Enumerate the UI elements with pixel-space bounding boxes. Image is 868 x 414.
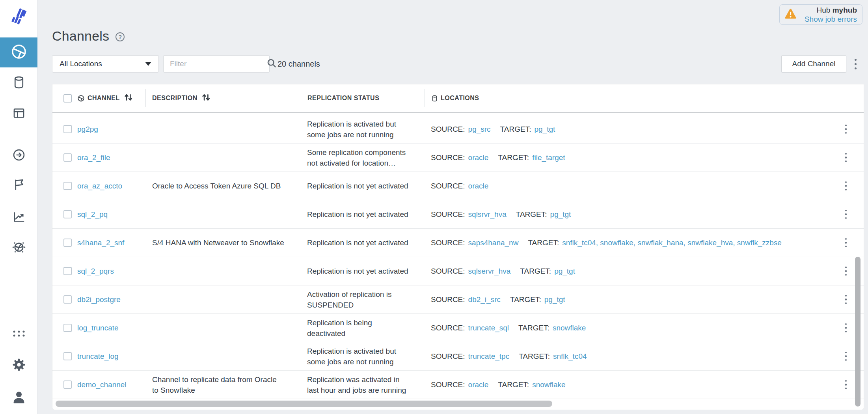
- row-menu-kebab[interactable]: [845, 238, 847, 248]
- target-location-link[interactable]: snowflake: [553, 324, 586, 332]
- table-row: log_truncateReplication is being deactiv…: [52, 314, 864, 342]
- row-checkbox[interactable]: [63, 239, 72, 247]
- locations-dropdown[interactable]: All Locations: [52, 55, 159, 73]
- channel-name-link[interactable]: pg2pg: [77, 125, 98, 133]
- row-checkbox[interactable]: [63, 352, 72, 360]
- row-checkbox[interactable]: [63, 125, 72, 133]
- source-location-link[interactable]: truncate_sql: [468, 324, 509, 332]
- table-row: truncate_logReplication is activated but…: [52, 342, 864, 371]
- target-location-link[interactable]: pg_tgt: [554, 267, 575, 275]
- row-menu-kebab[interactable]: [845, 352, 847, 361]
- row-menu-kebab[interactable]: [845, 323, 847, 333]
- channel-name-link[interactable]: truncate_log: [77, 352, 119, 360]
- source-label: SOURCE:: [431, 324, 465, 332]
- app-logo[interactable]: [0, 3, 37, 31]
- row-checkbox[interactable]: [63, 324, 72, 332]
- target-location-link[interactable]: snwflake_hva: [687, 239, 733, 247]
- row-menu-kebab[interactable]: [845, 267, 847, 276]
- row-checkbox[interactable]: [63, 210, 72, 218]
- column-header-status[interactable]: REPLICATION STATUS: [301, 84, 425, 112]
- row-menu-kebab[interactable]: [845, 210, 847, 219]
- source-location-link[interactable]: oracle: [468, 153, 489, 162]
- row-menu-kebab[interactable]: [845, 125, 847, 134]
- target-location-link[interactable]: snflk_tc04: [553, 352, 587, 360]
- row-checkbox[interactable]: [63, 295, 72, 304]
- row-checkbox[interactable]: [63, 182, 72, 190]
- column-header-channel[interactable]: CHANNEL: [77, 84, 145, 112]
- row-checkbox[interactable]: [63, 380, 72, 389]
- channel-name-link[interactable]: ora_2_file: [77, 153, 110, 162]
- target-label: TARGET:: [510, 295, 541, 304]
- target-label: TARGET:: [498, 380, 529, 389]
- separator: ,: [684, 239, 688, 247]
- vertical-scrollbar[interactable]: [855, 257, 861, 407]
- table-row: pg2pgReplication is activated but some j…: [52, 115, 864, 144]
- column-header-locations[interactable]: LOCATIONS: [425, 84, 840, 112]
- source-location-link[interactable]: truncate_tpc: [468, 352, 510, 360]
- row-menu-kebab[interactable]: [845, 380, 847, 390]
- table-body: pg2pgReplication is activated but some j…: [52, 113, 864, 399]
- channel-name-link[interactable]: demo_channel: [77, 380, 127, 389]
- channel-name-link[interactable]: ora_az_accto: [77, 182, 122, 190]
- target-location-link[interactable]: snflk_tc04: [562, 239, 596, 247]
- row-menu-kebab[interactable]: [845, 181, 847, 191]
- sidebar-item-settings[interactable]: [0, 351, 37, 380]
- sidebar-item-user[interactable]: [0, 383, 37, 413]
- target-location-link[interactable]: snwflak_hana: [637, 239, 683, 247]
- add-channel-button[interactable]: Add Channel: [781, 55, 846, 73]
- sidebar-item-channels[interactable]: [0, 37, 37, 67]
- target-location-link[interactable]: snowflake: [600, 239, 633, 247]
- target-location-link[interactable]: snowflake: [532, 380, 566, 389]
- sort-icon[interactable]: [202, 93, 210, 103]
- separator: ,: [733, 239, 737, 247]
- row-checkbox[interactable]: [63, 153, 72, 162]
- sidebar-item-databases[interactable]: [0, 68, 37, 98]
- column-header-description[interactable]: DESCRIPTION: [145, 84, 301, 112]
- source-location-link[interactable]: sqlsrvr_hva: [468, 210, 507, 218]
- search-icon[interactable]: [266, 58, 277, 70]
- target-location-link[interactable]: pg_tgt: [550, 210, 571, 218]
- table-row: demo_channelChannel to replicate data fr…: [52, 371, 864, 399]
- horizontal-scrollbar[interactable]: [56, 401, 552, 407]
- source-location-link[interactable]: sqlservr_hva: [468, 267, 511, 275]
- replication-status: Replication is not yet activated: [301, 237, 425, 248]
- target-location-link[interactable]: file_target: [532, 153, 565, 162]
- replication-status: Replication is activated but some jobs a…: [301, 119, 425, 140]
- filter-input[interactable]: [170, 60, 266, 68]
- channel-icon: [11, 43, 27, 62]
- channel-description: S/4 HANA with Netweaver to Snowflake: [145, 237, 301, 248]
- sidebar-item-apps[interactable]: [0, 319, 37, 349]
- channel-name-link[interactable]: s4hana_2_snf: [77, 239, 124, 247]
- sidebar-item-replication[interactable]: [0, 141, 37, 171]
- select-all-checkbox[interactable]: [63, 94, 72, 103]
- target-location-link[interactable]: pg_tgt: [544, 295, 565, 304]
- sidebar-item-tables[interactable]: [0, 99, 37, 129]
- source-location-link[interactable]: saps4hana_nw: [468, 239, 519, 247]
- target-label: TARGET:: [520, 267, 551, 275]
- page-title: Channels: [52, 28, 109, 44]
- locations-cell: SOURCE:truncate_sqlTARGET:snowflake: [425, 324, 840, 332]
- channel-name-link[interactable]: sql_2_pq: [77, 210, 108, 218]
- channel-name-link[interactable]: sql_2_pqrs: [77, 267, 114, 275]
- flag-icon: [12, 177, 26, 193]
- sidebar-item-metrics[interactable]: [0, 203, 37, 233]
- separator: ,: [596, 239, 600, 247]
- target-location-link[interactable]: snwflk_zzbse: [737, 239, 782, 247]
- source-location-link[interactable]: db2_i_src: [468, 295, 501, 304]
- source-location-link[interactable]: oracle: [468, 182, 489, 190]
- row-checkbox[interactable]: [63, 267, 72, 275]
- sort-icon[interactable]: [124, 93, 133, 103]
- target-location-link[interactable]: pg_tgt: [534, 125, 555, 133]
- channel-name-link[interactable]: db2i_postgre: [77, 295, 121, 304]
- help-icon[interactable]: ?: [115, 32, 125, 41]
- row-menu-kebab[interactable]: [845, 153, 847, 162]
- row-menu-kebab[interactable]: [845, 295, 847, 304]
- channel-name-link[interactable]: log_truncate: [77, 324, 119, 332]
- sidebar-item-distribution[interactable]: [0, 233, 37, 263]
- table-row: s4hana_2_snfS/4 HANA with Netweaver to S…: [52, 229, 864, 257]
- sidebar-item-flags[interactable]: [0, 170, 37, 200]
- page-menu-kebab[interactable]: [852, 58, 859, 70]
- source-location-link[interactable]: oracle: [468, 380, 489, 389]
- show-job-errors-link[interactable]: Show job errors: [801, 15, 857, 23]
- source-location-link[interactable]: pg_src: [468, 125, 491, 133]
